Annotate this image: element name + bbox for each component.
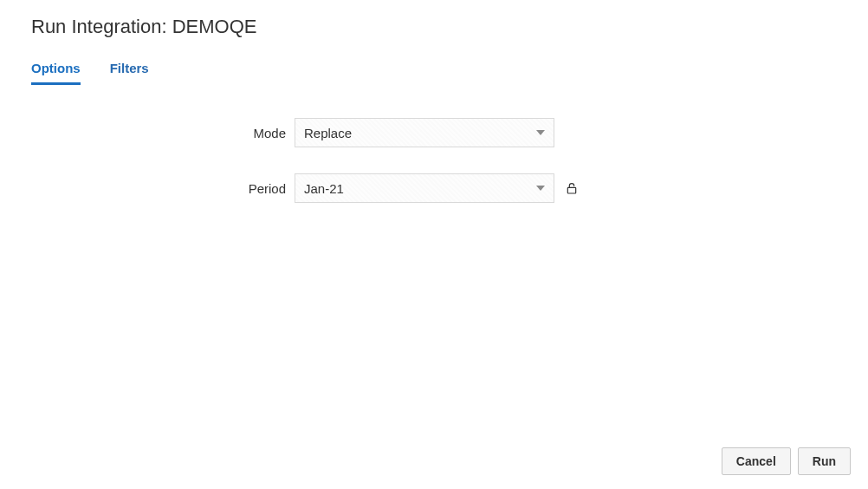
lock-icon[interactable] (565, 181, 579, 195)
form-area: Mode Replace Period Jan-21 (0, 85, 868, 203)
chevron-down-icon (536, 130, 545, 135)
period-label: Period (0, 181, 295, 196)
period-select[interactable]: Jan-21 (295, 173, 554, 203)
mode-select[interactable]: Replace (295, 118, 554, 147)
period-select-value: Jan-21 (304, 181, 536, 196)
mode-label: Mode (0, 126, 295, 140)
tab-bar: Options Filters (0, 38, 868, 85)
form-row-mode: Mode Replace (0, 118, 868, 147)
run-button[interactable]: Run (798, 447, 851, 475)
page-title: Run Integration: DEMOQE (0, 0, 868, 38)
form-row-period: Period Jan-21 (0, 173, 868, 203)
svg-rect-0 (567, 187, 575, 193)
tab-options[interactable]: Options (31, 61, 81, 85)
cancel-button[interactable]: Cancel (722, 447, 791, 475)
chevron-down-icon (536, 186, 545, 191)
mode-select-value: Replace (304, 126, 536, 140)
tab-filters[interactable]: Filters (110, 61, 149, 85)
footer-actions: Cancel Run (722, 447, 851, 475)
